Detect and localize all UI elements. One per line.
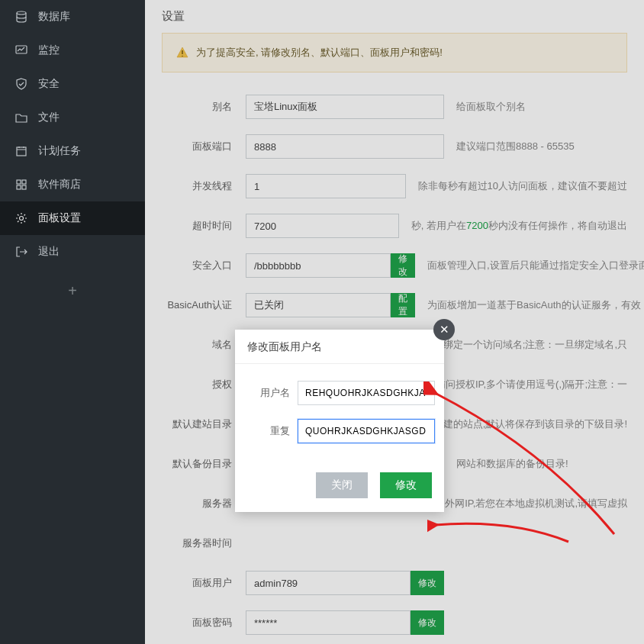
modal-title: 修改面板用户名 <box>235 330 444 364</box>
modal-repeat-label: 重复 <box>244 424 290 438</box>
modal-user-label: 用户名 <box>244 386 290 400</box>
modal-close-btn[interactable]: 关闭 <box>316 472 368 498</box>
modal-edit-username: ✕ 修改面板用户名 用户名 重复 关闭 修改 <box>235 330 444 512</box>
modal-overlay <box>0 0 644 644</box>
close-icon: ✕ <box>440 323 449 336</box>
modal-close-button[interactable]: ✕ <box>433 319 455 340</box>
modal-submit-btn[interactable]: 修改 <box>380 472 432 498</box>
modal-repeat-input[interactable] <box>298 419 435 443</box>
modal-user-input[interactable] <box>298 381 435 405</box>
